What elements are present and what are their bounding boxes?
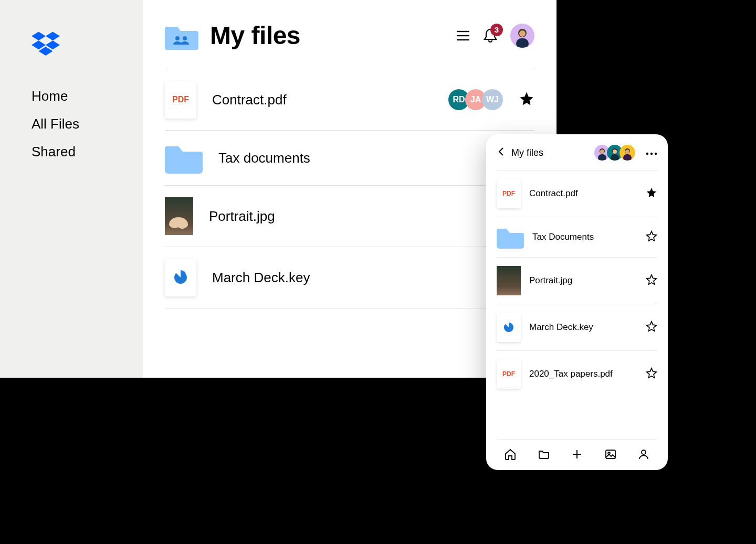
- image-thumbnail: [165, 197, 193, 235]
- mobile-row-tax-documents[interactable]: Tax Documents: [497, 217, 657, 257]
- image-thumbnail: [497, 266, 521, 295]
- svg-point-24: [655, 153, 657, 155]
- star-outline-icon[interactable]: [646, 274, 657, 287]
- svg-point-12: [519, 30, 526, 37]
- keynote-file-icon: [497, 313, 521, 342]
- svg-point-21: [625, 150, 629, 154]
- menu-icon[interactable]: [456, 29, 470, 42]
- svg-point-29: [642, 450, 646, 454]
- mobile-row-portrait[interactable]: Portrait.jpg: [497, 257, 657, 304]
- file-row-contract[interactable]: PDF Contract.pdf RD JA WJ: [165, 69, 534, 130]
- mobile-row-march-deck[interactable]: March Deck.key: [497, 304, 657, 350]
- keynote-file-icon: [165, 259, 196, 296]
- svg-rect-27: [606, 450, 615, 458]
- avatar: [620, 145, 635, 161]
- sidebar-item-shared[interactable]: Shared: [32, 144, 143, 160]
- file-name: 2020_Tax papers.pdf: [529, 369, 637, 379]
- avatar-wj: WJ: [482, 89, 503, 110]
- svg-rect-20: [623, 154, 632, 161]
- svg-point-15: [600, 150, 604, 154]
- tab-home-icon[interactable]: [503, 447, 518, 462]
- svg-rect-11: [516, 38, 529, 48]
- mobile-file-list: PDF Contract.pdf Tax Documents Portrait.…: [497, 170, 657, 435]
- pdf-file-icon: PDF: [165, 81, 196, 119]
- file-row-portrait[interactable]: Portrait.jpg: [165, 185, 534, 247]
- mobile-header: My files: [497, 145, 657, 161]
- svg-point-5: [175, 36, 180, 40]
- tab-account-icon[interactable]: [636, 447, 651, 462]
- mobile-panel: My files PDF Contract.pdf Tax Documents: [486, 134, 668, 470]
- file-row-tax-documents[interactable]: Tax documents: [165, 130, 534, 185]
- tab-photos-icon[interactable]: [603, 447, 618, 462]
- more-options-icon[interactable]: [646, 148, 657, 157]
- star-outline-icon[interactable]: [646, 230, 657, 244]
- svg-point-6: [183, 36, 187, 40]
- mobile-title: My files: [511, 147, 592, 158]
- sidebar-item-home[interactable]: Home: [32, 88, 143, 104]
- sidebar-item-all-files[interactable]: All Files: [32, 116, 143, 132]
- star-outline-icon[interactable]: [646, 367, 657, 381]
- pdf-file-icon: PDF: [497, 179, 521, 208]
- mobile-tab-bar: [497, 439, 657, 470]
- pdf-file-icon: PDF: [497, 359, 521, 389]
- file-name: Contract.pdf: [529, 188, 637, 199]
- file-name: Portrait.jpg: [209, 208, 534, 225]
- svg-rect-17: [611, 154, 619, 161]
- svg-marker-3: [46, 40, 60, 49]
- tab-files-icon[interactable]: [537, 447, 551, 462]
- file-name: Portrait.jpg: [529, 275, 637, 286]
- shared-folder-icon: [165, 22, 198, 50]
- star-outline-icon[interactable]: [646, 321, 657, 334]
- mobile-row-2020-tax-papers[interactable]: PDF 2020_Tax papers.pdf: [497, 350, 657, 397]
- sidebar: Home All Files Shared: [0, 0, 143, 378]
- file-list: PDF Contract.pdf RD JA WJ: [165, 69, 534, 308]
- mobile-row-contract[interactable]: PDF Contract.pdf: [497, 170, 657, 217]
- svg-marker-1: [46, 31, 60, 40]
- desktop-window: Home All Files Shared My files 3: [0, 0, 556, 378]
- notifications-button[interactable]: 3: [483, 28, 498, 44]
- mobile-shared-avatars[interactable]: [597, 145, 635, 161]
- svg-marker-0: [32, 31, 46, 40]
- svg-point-18: [613, 150, 617, 154]
- file-name: Contract.pdf: [212, 92, 437, 108]
- file-name: Tax Documents: [532, 232, 637, 242]
- profile-avatar[interactable]: [510, 24, 534, 48]
- tab-add-icon[interactable]: [570, 447, 584, 462]
- star-filled-icon[interactable]: [646, 187, 657, 200]
- pdf-label: PDF: [172, 95, 189, 104]
- svg-rect-14: [598, 154, 606, 161]
- header: My files 3: [165, 21, 534, 50]
- page-title: My files: [210, 21, 456, 50]
- svg-point-23: [650, 153, 653, 155]
- file-name: March Deck.key: [529, 322, 637, 333]
- svg-marker-4: [39, 47, 53, 56]
- shared-with-avatars[interactable]: RD JA WJ: [453, 89, 503, 110]
- notification-badge: 3: [490, 24, 503, 36]
- star-filled-icon[interactable]: [519, 91, 534, 109]
- back-button[interactable]: [497, 147, 506, 158]
- file-row-march-deck[interactable]: March Deck.key: [165, 247, 534, 308]
- dropbox-logo-icon[interactable]: [32, 31, 143, 59]
- svg-point-22: [646, 153, 648, 155]
- folder-icon: [165, 142, 203, 174]
- folder-icon: [497, 226, 524, 249]
- svg-marker-2: [32, 40, 46, 49]
